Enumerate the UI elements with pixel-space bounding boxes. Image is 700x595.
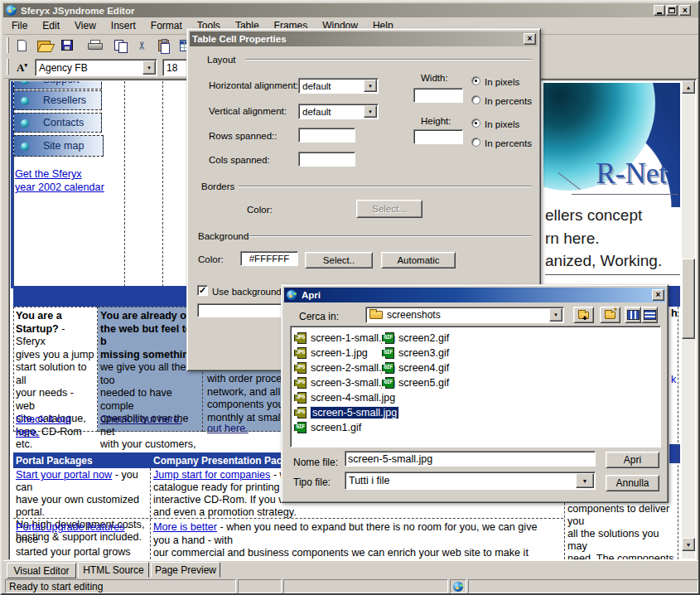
dialog-title-bar[interactable]: Apri — [284, 288, 665, 302]
file-item[interactable]: GIFscreen2.gif — [382, 331, 449, 345]
cols-spanned-input[interactable] — [298, 152, 355, 167]
nav-button-resellers[interactable]: Resellers — [13, 90, 102, 110]
chevron-down-icon[interactable]: ▼ — [364, 105, 377, 118]
dialog-close-button[interactable]: × — [524, 33, 536, 45]
cut-button[interactable]: ✂ — [132, 36, 152, 55]
app-logo-icon — [453, 582, 463, 592]
rnet-logo: R-Net — [596, 157, 667, 191]
file-item[interactable]: GIFscreen3.gif — [382, 346, 449, 360]
bg-color-select-button[interactable]: Select.. — [305, 252, 373, 268]
sidebar-calendar-link[interactable]: Get the Sferyx year 2002 calendar — [15, 167, 104, 194]
file-name-input[interactable]: screen-5-small.jpg — [345, 451, 596, 467]
check-it-out-link[interactable]: Check it out here. — [16, 414, 71, 438]
width-percents-radio[interactable] — [471, 95, 480, 104]
nav-button-sitemap[interactable]: Site map — [13, 135, 104, 157]
cancel-button[interactable]: Annulla — [606, 475, 659, 491]
chevron-down-icon[interactable]: ▼ — [549, 308, 562, 322]
v-align-select[interactable]: default ▼ — [298, 104, 379, 119]
window-title: Sferyx JSyndrome Editor — [21, 6, 134, 16]
menu-edit[interactable]: Edit — [35, 17, 67, 34]
close-icon: × — [528, 35, 533, 43]
scroll-up-button[interactable]: ▲ — [682, 80, 695, 94]
file-item[interactable]: JPGscreen-1-small.jpg — [294, 331, 395, 345]
rnet-tagline: ellers concept rn here. anized, Working. — [545, 204, 662, 273]
folder-up-icon — [578, 312, 589, 319]
save-button[interactable] — [56, 36, 77, 55]
nav-button-contacts[interactable]: Contacts — [13, 113, 102, 133]
file-item[interactable]: JPGscreen-2-small.jpg — [294, 360, 395, 375]
check-it-out-link[interactable]: Check it out here. — [100, 414, 182, 425]
close-button[interactable]: × — [679, 5, 691, 16]
bg-color-value: #FFFFFF — [240, 251, 298, 266]
font-name-select[interactable]: Agency FB ▼ — [35, 59, 157, 76]
title-bar[interactable]: Sferyx JSyndrome Editor — [3, 3, 698, 17]
start-portal-link[interactable]: Start your portal now — [16, 469, 112, 481]
dialog-close-button[interactable]: × — [652, 289, 664, 301]
width-pixels-radio[interactable] — [471, 76, 480, 85]
file-item-selected[interactable]: JPGscreen-5-small.jpg — [294, 405, 398, 419]
toolbar-grip[interactable] — [7, 37, 9, 53]
chevron-down-icon[interactable]: ▼ — [576, 473, 594, 488]
file-item[interactable]: GIFscreen5.gif — [382, 375, 449, 389]
h-align-select[interactable]: default ▼ — [298, 78, 379, 94]
minimize-button[interactable] — [654, 5, 665, 16]
height-input[interactable] — [413, 129, 463, 144]
new-document-button[interactable] — [12, 36, 32, 55]
dialog-title-bar[interactable]: Table Cell Properties — [190, 31, 538, 46]
bg-automatic-button[interactable]: Automatic — [381, 252, 456, 268]
rows-spanned-input[interactable] — [298, 128, 355, 143]
height-percents-label[interactable]: In percents — [485, 138, 532, 148]
tab-visual-editor[interactable]: Visual Editor — [7, 563, 76, 578]
tab-html-source[interactable]: HTML Source — [78, 562, 149, 578]
copy-button[interactable] — [110, 36, 131, 55]
out-here-link[interactable]: out here. — [207, 423, 249, 434]
link-fragment: k — [671, 374, 676, 387]
file-item[interactable]: GIFscreen4.gif — [382, 360, 449, 375]
chevron-down-icon[interactable]: ▼ — [142, 60, 156, 75]
border-color-select-button[interactable]: Select... — [356, 200, 422, 218]
height-percents-radio[interactable] — [471, 138, 480, 147]
width-percents-label[interactable]: In percents — [485, 96, 532, 106]
file-type-select[interactable]: Tutti i file ▼ — [345, 472, 596, 490]
font-letter-icon: A▾ — [17, 61, 27, 75]
width-pixels-label[interactable]: In pixels — [485, 77, 519, 87]
portal-upgrade-link[interactable]: Portal upgrade features — [16, 521, 125, 533]
menu-view[interactable]: View — [67, 17, 104, 34]
gif-file-icon: GIF — [382, 377, 394, 389]
height-pixels-label[interactable]: In pixels — [485, 119, 519, 129]
use-background-label[interactable]: Use background p — [212, 287, 289, 297]
height-pixels-radio[interactable] — [471, 119, 480, 128]
scrollbar-thumb[interactable] — [682, 259, 695, 339]
nav-button-support[interactable]: Support — [13, 81, 102, 89]
open-confirm-button[interactable]: Apri — [606, 452, 659, 468]
font-style-button[interactable]: A▾ — [12, 58, 32, 77]
tab-page-preview[interactable]: Page Preview — [151, 562, 220, 578]
more-is-better-link[interactable]: More is better — [153, 521, 217, 533]
menu-format[interactable]: Format — [143, 17, 190, 34]
print-button[interactable] — [84, 36, 104, 55]
menu-file[interactable]: File — [4, 17, 35, 34]
file-item[interactable]: JPGscreen-4-small.jpg — [294, 390, 395, 404]
new-folder-button[interactable]: * — [600, 307, 620, 323]
v-align-label: Vertical alignment: — [209, 106, 287, 116]
maximize-button[interactable] — [666, 5, 678, 16]
vertical-scrollbar[interactable]: ▲ ▼ — [682, 80, 695, 559]
width-input[interactable] — [413, 88, 463, 103]
look-in-select[interactable]: screenshots ▼ — [365, 307, 564, 323]
open-button[interactable] — [34, 36, 55, 55]
scroll-down-button[interactable]: ▼ — [682, 538, 695, 551]
up-one-level-button[interactable] — [573, 307, 594, 323]
menu-insert[interactable]: Insert — [104, 17, 143, 34]
file-list[interactable]: JPGscreen-1-small.jpg JPGscreen-1.jpg JP… — [290, 326, 661, 447]
chevron-down-icon[interactable]: ▼ — [364, 80, 377, 92]
toolbar-grip[interactable] — [7, 59, 9, 75]
jump-start-link[interactable]: Jump start for companies — [153, 469, 270, 481]
file-item[interactable]: GIFscreen1.gif — [294, 420, 361, 434]
open-folder-icon — [37, 41, 52, 51]
details-view-button[interactable] — [641, 307, 658, 323]
use-background-checkbox[interactable]: ✓ — [197, 285, 208, 296]
list-view-button[interactable] — [625, 307, 641, 323]
file-item[interactable]: JPGscreen-3-small.jpg — [294, 375, 395, 389]
file-item[interactable]: JPGscreen-1.jpg — [294, 346, 368, 360]
paste-button[interactable] — [153, 36, 174, 55]
